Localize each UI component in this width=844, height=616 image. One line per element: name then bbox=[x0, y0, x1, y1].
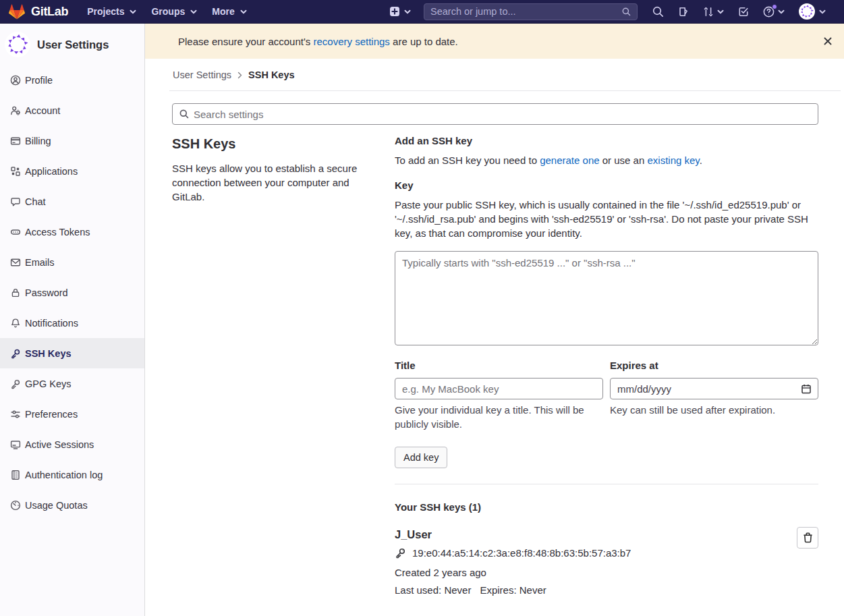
sidebar-item-billing[interactable]: Billing bbox=[0, 125, 144, 156]
title-help-text: Give your individual key a title. This w… bbox=[395, 403, 610, 431]
key-icon bbox=[10, 379, 21, 389]
active-sessions-icon bbox=[10, 439, 21, 450]
usage-quotas-icon bbox=[10, 500, 21, 511]
close-icon bbox=[824, 37, 832, 45]
sidebar-item-active-sessions[interactable]: Active Sessions bbox=[0, 429, 144, 459]
sidebar-item-chat[interactable]: Chat bbox=[0, 186, 144, 217]
access-tokens-icon bbox=[10, 227, 21, 237]
key-icon bbox=[395, 547, 406, 559]
settings-search bbox=[172, 103, 818, 125]
sidebar-item-applications[interactable]: Applications bbox=[0, 156, 144, 186]
avatar bbox=[799, 3, 815, 20]
chevron-down-icon bbox=[190, 9, 197, 14]
sidebar-item-profile[interactable]: Profile bbox=[0, 65, 144, 95]
section-divider bbox=[395, 484, 818, 484]
gitlab-logo-icon[interactable] bbox=[9, 4, 25, 20]
search-icon[interactable] bbox=[652, 6, 664, 18]
issues-icon[interactable] bbox=[678, 6, 689, 18]
sidebar-item-notifications[interactable]: Notifications bbox=[0, 308, 144, 338]
user-menu[interactable] bbox=[799, 3, 826, 20]
sidebar-item-password[interactable]: Password bbox=[0, 277, 144, 308]
ssh-key-last-used: Last used: Never bbox=[395, 583, 471, 597]
generate-one-link[interactable]: generate one bbox=[540, 155, 599, 166]
date-placeholder: mm/dd/yyyy bbox=[617, 383, 671, 395]
plus-square-icon bbox=[390, 7, 399, 16]
search-icon bbox=[179, 109, 189, 119]
your-ssh-keys-heading: Your SSH keys (1) bbox=[395, 500, 818, 514]
key-icon bbox=[10, 348, 21, 359]
chevron-down-icon bbox=[404, 9, 411, 14]
ssh-key-name: J_User bbox=[395, 528, 818, 541]
add-key-button[interactable]: Add key bbox=[395, 447, 447, 468]
sidebar-item-authentication-log[interactable]: Authentication log bbox=[0, 459, 144, 490]
sidebar-item-emails[interactable]: Emails bbox=[0, 247, 144, 277]
sidebar-title: User Settings bbox=[37, 38, 109, 51]
preferences-icon bbox=[10, 409, 21, 420]
applications-icon bbox=[10, 166, 21, 177]
ssh-key-fingerprint: 19:e0:44:a5:14:c2:3a:e8:f8:48:8b:63:5b:5… bbox=[412, 547, 631, 559]
expires-at-input[interactable]: mm/dd/yyyy bbox=[610, 378, 818, 399]
sidebar-item-preferences[interactable]: Preferences bbox=[0, 399, 144, 429]
chevron-right-icon bbox=[237, 72, 242, 79]
sidebar-header: User Settings bbox=[0, 24, 144, 57]
global-search-input[interactable] bbox=[430, 6, 622, 17]
expires-help-text: Key can still be used after expiration. bbox=[610, 403, 775, 431]
search-icon bbox=[622, 7, 631, 16]
nav-groups[interactable]: Groups bbox=[151, 6, 197, 17]
settings-sidebar: User Settings Profile Account Billing Ap… bbox=[0, 24, 145, 616]
emails-icon bbox=[10, 257, 21, 268]
expires-at-label: Expires at bbox=[610, 358, 818, 372]
settings-search-input[interactable] bbox=[194, 109, 811, 120]
global-search bbox=[424, 3, 638, 20]
breadcrumb: User Settings SSH Keys bbox=[169, 59, 841, 91]
page-description: SSH keys allow you to establish a secure… bbox=[172, 161, 383, 204]
sidebar-item-account[interactable]: Account bbox=[0, 95, 144, 125]
todos-icon[interactable] bbox=[738, 6, 749, 18]
delete-key-button[interactable] bbox=[797, 527, 818, 549]
sidebar-item-gpg-keys[interactable]: GPG Keys bbox=[0, 368, 144, 399]
gitlab-wordmark[interactable]: GitLab bbox=[31, 5, 68, 19]
chevron-down-icon bbox=[717, 9, 724, 14]
ssh-key-list-item: J_User 19:e0:44:a5:14:c2:3a:e8:f8:48:8b:… bbox=[395, 528, 818, 597]
merge-request-icon bbox=[703, 6, 714, 18]
ssh-key-textarea[interactable] bbox=[395, 251, 818, 345]
nav-more[interactable]: More bbox=[212, 6, 246, 17]
sidebar-item-ssh-keys[interactable]: SSH Keys bbox=[0, 338, 144, 368]
sidebar-item-access-tokens[interactable]: Access Tokens bbox=[0, 217, 144, 247]
title-input[interactable] bbox=[395, 378, 603, 399]
password-icon bbox=[10, 287, 21, 298]
profile-icon bbox=[10, 75, 21, 86]
breadcrumb-ssh-keys: SSH Keys bbox=[248, 69, 295, 80]
ssh-key-created: Created 2 years ago bbox=[395, 565, 818, 580]
help-menu[interactable] bbox=[763, 6, 785, 18]
page-title: SSH Keys bbox=[172, 136, 395, 152]
new-menu-button[interactable] bbox=[390, 7, 411, 16]
breadcrumb-user-settings[interactable]: User Settings bbox=[173, 69, 231, 80]
chevron-down-icon bbox=[130, 9, 136, 14]
title-label: Title bbox=[395, 358, 610, 372]
nav-projects[interactable]: Projects bbox=[87, 6, 136, 17]
sidebar-item-usage-quotas[interactable]: Usage Quotas bbox=[0, 490, 144, 520]
trash-icon bbox=[803, 532, 813, 543]
account-icon bbox=[10, 105, 21, 116]
recovery-settings-banner: Please ensure your account's recovery se… bbox=[145, 24, 844, 59]
ssh-key-expires: Expires: Never bbox=[480, 583, 546, 597]
avatar bbox=[5, 32, 30, 57]
notifications-icon bbox=[10, 318, 21, 329]
billing-icon bbox=[10, 136, 21, 146]
recovery-settings-link[interactable]: recovery settings bbox=[313, 36, 389, 47]
top-navbar: GitLab Projects Groups More bbox=[0, 0, 844, 24]
sidebar-nav: Profile Account Billing Applications Cha… bbox=[0, 65, 144, 520]
chevron-down-icon bbox=[778, 9, 785, 14]
add-ssh-key-label: Add an SSH key bbox=[395, 134, 818, 148]
chevron-down-icon bbox=[819, 9, 826, 14]
key-help-text: Paste your public SSH key, which is usua… bbox=[395, 198, 818, 240]
banner-close-button[interactable] bbox=[822, 36, 833, 47]
banner-text: Please ensure your account's recovery se… bbox=[178, 36, 458, 47]
merge-requests-menu[interactable] bbox=[703, 6, 724, 18]
existing-key-link[interactable]: existing key bbox=[647, 155, 699, 166]
notification-dot bbox=[772, 4, 777, 9]
main-content: Please ensure your account's recovery se… bbox=[145, 24, 844, 616]
calendar-icon[interactable] bbox=[801, 384, 811, 394]
log-icon bbox=[10, 470, 21, 480]
